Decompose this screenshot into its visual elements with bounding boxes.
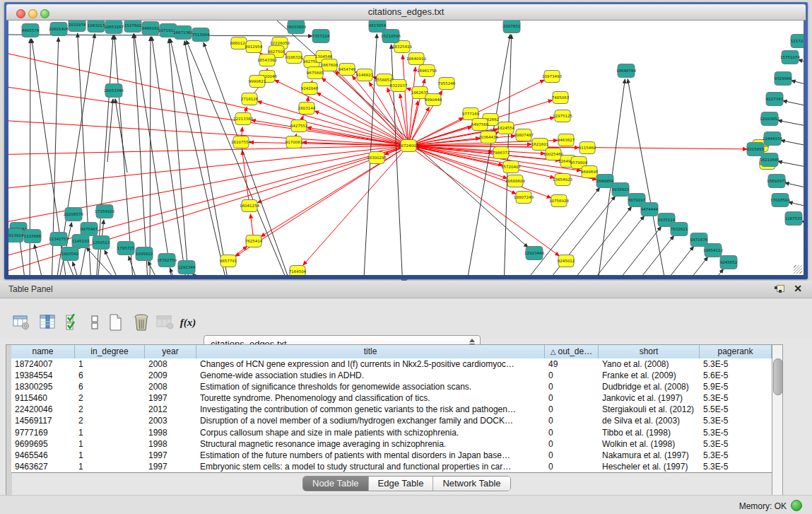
network-node[interactable]: 1145193 (72, 235, 90, 248)
network-node[interactable]: 20364436 (478, 132, 498, 144)
float-panel-icon[interactable] (775, 285, 784, 293)
table-cell[interactable]: 5.5E-5 (700, 404, 772, 415)
network-node[interactable]: 9474444 (641, 203, 659, 216)
network-node[interactable]: 18640910 (406, 53, 426, 65)
table-cell[interactable]: Corpus callosum shape and size in male p… (196, 427, 545, 438)
network-node[interactable]: 15751074 (780, 51, 800, 64)
network-node[interactable]: 12213383 (233, 113, 253, 125)
table-cell[interactable]: 19384554 (11, 370, 75, 381)
network-node[interactable]: 9146821 (356, 69, 374, 81)
table-cell[interactable]: 22420046 (11, 404, 75, 415)
table-row[interactable]: 1830029562008Estimation of significance … (11, 381, 772, 392)
network-edge[interactable] (543, 216, 645, 275)
network-node[interactable]: 1824554 (498, 122, 515, 134)
table-cell[interactable]: Estimation of the future numbers of pati… (196, 450, 545, 461)
table-cell[interactable]: 5.3E-5 (700, 461, 772, 472)
network-edge[interactable] (115, 99, 127, 173)
network-node[interactable]: 15720407 (501, 161, 521, 173)
table-cell[interactable]: Stergiakouli et al. (2012) (599, 404, 700, 415)
network-graph[interactable]: 1872400788601248912954122260589827508165… (8, 21, 804, 275)
close-panel-icon[interactable]: ✕ (794, 283, 802, 294)
show-columns-icon[interactable] (37, 311, 59, 334)
network-node[interactable]: 7955246 (438, 78, 456, 90)
network-node[interactable]: 20053346 (104, 84, 124, 98)
table-cell[interactable]: 0 (545, 404, 599, 415)
network-edge[interactable] (408, 101, 418, 146)
network-edge[interactable] (792, 81, 804, 90)
network-node[interactable]: 7485063 (552, 92, 570, 104)
network-node[interactable]: 2803144 (298, 103, 316, 115)
table-cell[interactable]: 18300295 (11, 381, 75, 392)
table-cell[interactable]: 0 (545, 381, 599, 392)
network-node[interactable]: 1903542 (61, 247, 79, 261)
network-edge[interactable] (785, 183, 804, 192)
network-node[interactable]: 1250513 (93, 236, 110, 250)
table-row[interactable]: 946362711997Embryonic stem cells: a mode… (11, 461, 772, 472)
network-edge[interactable] (258, 101, 408, 146)
network-node[interactable]: 10688609 (505, 175, 525, 187)
network-node[interactable]: 9975487 (81, 223, 98, 236)
table-cell[interactable]: 9777169 (11, 427, 75, 438)
network-edge[interactable] (134, 34, 150, 275)
table-cell[interactable]: Tourette syndrome. Phenomenology and cla… (196, 392, 545, 404)
network-node[interactable]: 9990448 (425, 94, 442, 106)
table-cell[interactable]: 49 (545, 358, 599, 370)
table-cell[interactable]: 5.3E-5 (700, 438, 772, 450)
network-node[interactable]: 10807487 (514, 129, 534, 141)
row-height-icon[interactable] (83, 311, 106, 334)
network-node[interactable]: 16782759 (157, 254, 177, 267)
network-node[interactable]: 1217232 (791, 35, 804, 48)
table-cell[interactable]: 18724007 (11, 358, 75, 370)
table-cell[interactable]: Investigating the contribution of common… (196, 404, 545, 415)
network-node[interactable]: 18807249 (514, 192, 534, 204)
network-edge[interactable] (799, 59, 804, 69)
table-cell[interactable]: Structural magnetic resonance image aver… (196, 438, 545, 450)
network-node[interactable]: 7625414 (245, 235, 263, 247)
network-node[interactable]: 20691406 (49, 23, 69, 36)
network-edge[interactable] (778, 120, 804, 130)
table-row[interactable]: 969969511998Structural magnetic resonanc… (11, 438, 772, 450)
network-node[interactable]: 8938923 (612, 183, 630, 197)
table-cell[interactable]: 9699695 (11, 438, 75, 450)
table-cell[interactable]: 1998 (145, 438, 196, 450)
table-row[interactable]: 1456911722003Disruption of a novel membe… (11, 415, 772, 426)
network-node[interactable]: 9329966 (775, 72, 792, 86)
table-cell[interactable]: 1 (75, 450, 145, 461)
table-cell[interactable]: 9465546 (11, 450, 75, 461)
network-node[interactable]: 12093852 (760, 112, 779, 126)
table-row[interactable]: 2242004622012Investigating the contribut… (11, 404, 772, 415)
network-node[interactable]: 10973493 (542, 71, 562, 83)
network-node[interactable]: 2031974 (69, 21, 86, 32)
tab-edge-table[interactable]: Edge Table (369, 477, 434, 491)
network-edge[interactable] (789, 202, 804, 211)
table-cell[interactable]: 0 (545, 392, 599, 404)
column-header-pagerank[interactable]: pagerank (700, 345, 772, 359)
network-edge[interactable] (192, 274, 235, 275)
network-node[interactable]: 16033809 (286, 21, 306, 34)
network-node[interactable]: 9227343 (766, 93, 784, 106)
table-cell[interactable]: 5.3E-5 (700, 358, 772, 370)
network-node[interactable]: 1167533 (785, 212, 803, 226)
table-cell[interactable]: 6 (75, 381, 145, 392)
network-node[interactable]: 9245652 (720, 256, 738, 269)
table-cell[interactable]: 1997 (145, 450, 196, 461)
column-header-short[interactable]: short (599, 345, 700, 359)
table-scrollbar[interactable] (772, 344, 783, 514)
column-header-out_de[interactable]: △out_de… (545, 345, 599, 359)
network-node[interactable]: 8427552 (290, 120, 308, 132)
network-node[interactable]: 12444154 (763, 132, 782, 146)
tab-network-table[interactable]: Network Table (433, 477, 510, 491)
network-node[interactable]: 8912954 (245, 41, 263, 53)
table-cell[interactable]: 1997 (145, 392, 196, 404)
network-edge[interactable] (628, 79, 669, 275)
network-node[interactable]: 12975125 (553, 110, 572, 122)
network-node[interactable]: 12923448 (524, 247, 544, 260)
network-node[interactable]: 16543382 (257, 54, 277, 66)
network-node[interactable]: 6497568 (471, 119, 489, 131)
network-node[interactable]: 20206576 (64, 208, 83, 221)
network-node[interactable]: 9699695 (581, 166, 599, 178)
table-cell[interactable]: 2 (75, 415, 145, 426)
network-edge[interactable] (783, 100, 804, 110)
network-edge[interactable] (781, 140, 804, 150)
network-node[interactable]: 15692971 (767, 175, 787, 188)
